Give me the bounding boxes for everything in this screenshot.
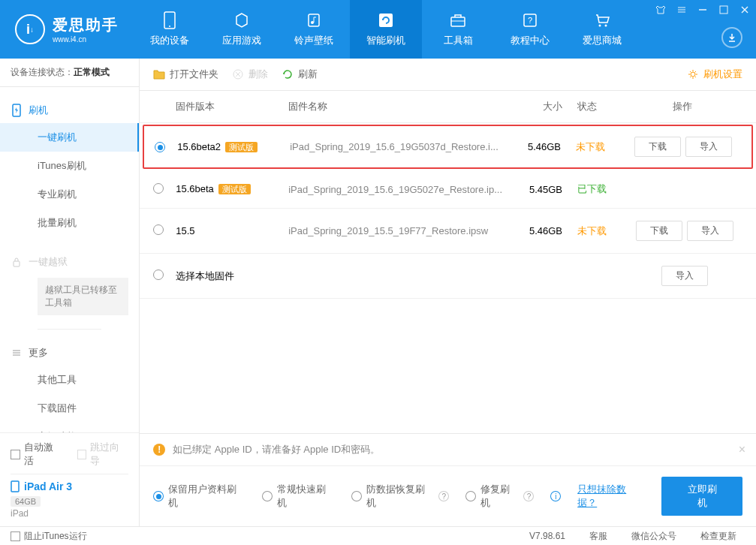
help-icon: ? <box>521 11 539 29</box>
open-folder-button[interactable]: 打开文件夹 <box>153 68 218 81</box>
cart-icon <box>593 11 611 29</box>
svg-rect-19 <box>14 261 20 266</box>
row-size: 5.46GB <box>502 225 562 236</box>
skin-icon[interactable] <box>655 5 666 15</box>
col-header-version: 固件版本 <box>176 100 288 113</box>
warning-icon: ! <box>153 444 165 456</box>
erase-data-link[interactable]: 只想抹除数据？ <box>577 483 645 510</box>
notice-close-icon[interactable]: × <box>739 443 745 456</box>
import-button[interactable]: 导入 <box>687 221 733 241</box>
row-status: 已下载 <box>562 182 622 196</box>
sidebar-item-other[interactable]: 其他工具 <box>0 366 139 394</box>
import-button[interactable]: 导入 <box>685 137 732 157</box>
sidebar-item-itunes[interactable]: iTunes刷机 <box>0 152 139 180</box>
row-radio[interactable] <box>153 183 164 194</box>
sidebar-group-jailbreak: 一键越狱 <box>0 249 139 275</box>
beta-badge: 测试版 <box>225 142 258 152</box>
statusbar: 阻止iTunes运行 V7.98.61 客服 微信公众号 检查更新 <box>0 526 756 545</box>
nav-tab-apps[interactable]: 应用游戏 <box>206 0 278 59</box>
support-link[interactable]: 客服 <box>580 530 616 543</box>
firmware-row[interactable]: 15.6beta测试版iPad_Spring_2019_15.6_19G5027… <box>140 170 756 209</box>
table-header: 固件版本 固件名称 大小 状态 操作 <box>140 91 756 123</box>
flash-settings-button[interactable]: 刷机设置 <box>687 68 742 81</box>
flash-opt-normal[interactable]: 常规快速刷机 <box>262 483 335 510</box>
sidebar-group-more[interactable]: 更多 <box>0 340 139 366</box>
nav-tab-ringtone[interactable]: 铃声壁纸 <box>278 0 350 59</box>
auto-activate-checkbox[interactable]: 自动激活 <box>11 441 62 468</box>
svg-rect-5 <box>451 17 465 26</box>
row-radio[interactable] <box>153 269 164 280</box>
maximize-icon[interactable] <box>718 5 729 15</box>
firmware-row[interactable]: 选择本地固件导入 <box>140 254 756 299</box>
notice-bar: ! 如已绑定 Apple ID，请准备好 Apple ID和密码。 × <box>140 434 756 466</box>
row-version: 15.6beta2测试版 <box>177 141 290 153</box>
close-icon[interactable] <box>739 5 750 15</box>
device-name[interactable]: iPad Air 3 <box>11 480 128 492</box>
sidebar-item-pro[interactable]: 专业刷机 <box>0 180 139 209</box>
flash-opt-keep-data[interactable]: 保留用户资料刷机 <box>153 483 245 510</box>
nav-tab-flash[interactable]: 智能刷机 <box>350 0 422 59</box>
row-radio[interactable] <box>153 224 164 235</box>
sidebar-item-oneclick[interactable]: 一键刷机 <box>0 123 139 152</box>
nav-tab-toolbox[interactable]: 工具箱 <box>422 0 494 59</box>
app-title: 爱思助手 <box>53 15 119 35</box>
sidebar-item-advanced[interactable]: 高级功能 <box>0 423 139 432</box>
download-button[interactable] <box>721 27 742 48</box>
svg-rect-15 <box>720 6 727 14</box>
firmware-row[interactable]: 15.5iPad_Spring_2019_15.5_19F77_Restore.… <box>140 209 756 254</box>
firmware-row[interactable]: 15.6beta2测试版iPad_Spring_2019_15.6_19G503… <box>143 125 753 169</box>
menu-icon[interactable] <box>676 5 687 15</box>
row-filename: iPad_Spring_2019_15.6_19G5027e_Restore.i… <box>288 184 502 195</box>
row-status: 未下载 <box>562 224 622 238</box>
flash-options: 保留用户资料刷机 常规快速刷机 防数据恢复刷机? 修复刷机? i 只想抹除数据？… <box>140 466 756 526</box>
minimize-icon[interactable] <box>697 5 708 15</box>
col-header-size: 大小 <box>502 100 562 113</box>
row-version: 选择本地固件 <box>176 269 288 283</box>
update-link[interactable]: 检查更新 <box>691 530 745 543</box>
sidebar: 设备连接状态：正常模式 刷机 一键刷机 iTunes刷机 专业刷机 批量刷机 一… <box>0 59 140 526</box>
sidebar-item-batch[interactable]: 批量刷机 <box>0 209 139 237</box>
nav-tab-tutorial[interactable]: ?教程中心 <box>494 0 566 59</box>
flash-opt-antirecovery[interactable]: 防数据恢复刷机? <box>351 483 449 510</box>
svg-rect-23 <box>11 481 19 492</box>
refresh-button[interactable]: 刷新 <box>282 68 318 81</box>
delete-button[interactable]: 删除 <box>232 68 268 81</box>
nav-tab-shop[interactable]: 爱思商城 <box>566 0 638 59</box>
tablet-icon <box>11 480 20 492</box>
svg-point-9 <box>599 25 601 27</box>
refresh-icon <box>377 11 395 29</box>
row-size: 5.45GB <box>502 184 562 195</box>
svg-point-27 <box>691 72 695 77</box>
sidebar-group-flash[interactable]: 刷机 <box>0 98 139 123</box>
content: 打开文件夹 删除 刷新 刷机设置 固件版本 固件名称 大小 状态 操作 15.6… <box>140 59 756 526</box>
help-icon[interactable]: ? <box>523 491 534 501</box>
svg-rect-4 <box>379 14 393 27</box>
apps-icon <box>233 11 251 29</box>
row-filename: iPad_Spring_2019_15.5_19F77_Restore.ipsw <box>288 225 502 236</box>
nav-tab-device[interactable]: 我的设备 <box>134 0 206 59</box>
info-icon[interactable]: i <box>550 491 561 501</box>
download-button[interactable]: 下载 <box>634 137 681 157</box>
lock-icon <box>11 256 23 268</box>
toolbox-icon <box>449 11 467 29</box>
download-button[interactable]: 下载 <box>636 221 682 241</box>
import-button[interactable]: 导入 <box>661 266 708 286</box>
svg-point-1 <box>169 26 170 27</box>
titlebar: i↓ 爱思助手 www.i4.cn 我的设备 应用游戏 铃声壁纸 智能刷机 工具… <box>0 0 756 59</box>
sidebar-item-download[interactable]: 下载固件 <box>0 394 139 423</box>
row-version: 15.6beta测试版 <box>176 183 288 195</box>
help-icon[interactable]: ? <box>438 491 449 501</box>
row-radio[interactable] <box>155 142 165 152</box>
row-version: 15.5 <box>176 225 288 236</box>
delete-icon <box>232 68 244 80</box>
block-itunes-checkbox[interactable]: 阻止iTunes运行 <box>11 530 87 543</box>
svg-point-10 <box>605 25 607 27</box>
flash-now-button[interactable]: 立即刷机 <box>661 477 742 516</box>
window-controls <box>655 5 750 15</box>
device-status: 设备连接状态：正常模式 <box>0 59 139 87</box>
wechat-link[interactable]: 微信公众号 <box>622 530 685 543</box>
skip-guide-checkbox[interactable]: 跳过向导 <box>77 441 129 468</box>
flash-opt-repair[interactable]: 修复刷机? <box>465 483 534 510</box>
flash-icon <box>11 104 23 116</box>
refresh-icon <box>282 68 294 80</box>
